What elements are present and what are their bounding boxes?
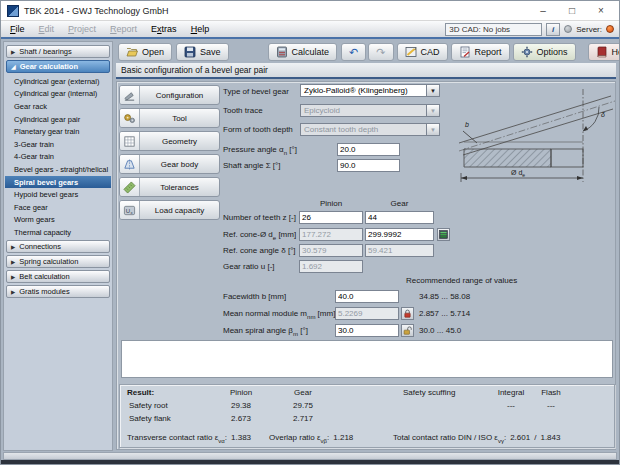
- maximize-button[interactable]: □: [560, 2, 584, 20]
- close-button[interactable]: ×: [589, 2, 613, 20]
- sidebar-section-connections[interactable]: Connections: [6, 240, 110, 253]
- sidebar-item-planetary-gear-train[interactable]: Planetary gear train: [5, 125, 111, 138]
- minimize-button[interactable]: –: [531, 2, 555, 20]
- module-range: 2.857 ... 5.714: [419, 309, 470, 318]
- sidebar-section-belt-calculation[interactable]: Belt calculation: [6, 270, 110, 283]
- ref-cone-angle-label: Ref. cone angle δ [°]: [223, 246, 296, 255]
- cone-diameter-calc-button[interactable]: [437, 228, 450, 241]
- title-bar: TBK 2014 - GWJ Technology GmbH – □ ×: [1, 1, 619, 21]
- main-toolbar: Open Save Calculate CAD Report Options H…: [116, 42, 616, 62]
- app-window: TBK 2014 - GWJ Technology GmbH – □ × Fil…: [0, 0, 620, 465]
- results-pinion-header: Pinion: [216, 388, 266, 397]
- sidebar-section-shaft-bearings[interactable]: Shaft / bearings: [6, 45, 110, 58]
- expanded-triangle-icon: [11, 62, 16, 71]
- cone-diameter-pinion-input: [299, 228, 363, 241]
- redo-button: [368, 43, 393, 61]
- report-button[interactable]: Report: [451, 43, 510, 61]
- menu-file[interactable]: File: [3, 22, 32, 36]
- collapsed-triangle-icon: [11, 272, 15, 281]
- tab-geometry[interactable]: Geometry: [119, 131, 220, 151]
- window-title: TBK 2014 - GWJ Technology GmbH: [24, 6, 526, 16]
- tab-gear-body[interactable]: Gear body: [119, 154, 220, 174]
- sidebar-item-cylindrical-gear-external[interactable]: Cylindrical gear (external): [5, 75, 111, 88]
- safety-root-flash-value: ---: [531, 401, 571, 410]
- collapsed-triangle-icon: [11, 287, 15, 296]
- sidebar-item-cylindrical-gear-internal[interactable]: Cylindrical gear (internal): [5, 88, 111, 101]
- options-button[interactable]: Options: [513, 43, 576, 61]
- chevron-down-icon: [426, 124, 439, 135]
- spiral-lock-button[interactable]: [401, 324, 414, 337]
- results-gear-header: Gear: [278, 388, 328, 397]
- closed-padlock-icon: [403, 309, 412, 318]
- form-of-tooth-depth-select: Constant tooth depth: [300, 123, 440, 136]
- tab-load-capacity[interactable]: Ux Load capacity: [119, 200, 220, 220]
- safety-flank-gear-value: 2.717: [278, 414, 328, 423]
- pinion-column-header: Pinion: [299, 199, 363, 208]
- sidebar-item-cylindrical-gear-pair[interactable]: Cylindrical gear pair: [5, 113, 111, 126]
- collapsed-triangle-icon: [11, 47, 15, 56]
- number-of-teeth-label: Number of teeth z [-]: [223, 213, 296, 222]
- results-title: Result:: [127, 388, 154, 397]
- sidebar-item-4-gear-train[interactable]: 4-Gear train: [5, 151, 111, 164]
- sidebar-item-gear-rack[interactable]: Gear rack: [5, 100, 111, 113]
- calculate-button[interactable]: Calculate: [268, 43, 338, 61]
- teeth-pinion-input[interactable]: [299, 211, 363, 224]
- tab-tool[interactable]: Tool: [119, 108, 220, 128]
- pressure-angle-input[interactable]: [337, 143, 400, 156]
- load-capacity-icon: Ux: [120, 201, 140, 219]
- mean-spiral-angle-input[interactable]: [335, 324, 399, 337]
- open-button[interactable]: Open: [118, 43, 172, 61]
- save-disk-icon: [184, 46, 196, 58]
- sidebar-section-gratis-modules[interactable]: Gratis modules: [6, 285, 110, 298]
- sidebar-item-hypoid-bevel-gears[interactable]: Hypoid bevel gears: [5, 188, 111, 201]
- gear-body-cone-icon: [120, 155, 140, 173]
- tool-gears-icon: [120, 109, 140, 127]
- teeth-gear-input[interactable]: [365, 211, 434, 224]
- sidebar-item-face-gear[interactable]: Face gear: [5, 201, 111, 214]
- calculator-icon: [276, 46, 288, 58]
- cad-drawing-icon: [405, 46, 417, 58]
- menu-extras[interactable]: Extras: [144, 22, 184, 36]
- gear-column-header: Gear: [365, 199, 434, 208]
- type-of-bevel-gear-label: Type of bevel gear: [223, 87, 289, 96]
- tab-tolerances[interactable]: Tolerances: [119, 177, 220, 197]
- collapsed-triangle-icon: [11, 242, 15, 251]
- safety-scuffing-header: Safety scuffing: [403, 388, 455, 397]
- facewidth-label: Facewidth b [mm]: [223, 292, 286, 301]
- tooth-trace-label: Tooth trace: [223, 106, 263, 115]
- cad-button[interactable]: CAD: [397, 43, 448, 61]
- tab-configuration[interactable]: Configuration: [119, 85, 220, 105]
- collapsed-triangle-icon: [11, 257, 15, 266]
- app-logo-icon: [7, 5, 19, 17]
- shaft-angle-label: Shaft angle Σ [°]: [223, 161, 281, 170]
- menu-help[interactable]: Help: [184, 22, 217, 36]
- sidebar-item-thermal-capacity[interactable]: Thermal capacity: [5, 226, 111, 239]
- mean-normal-module-label: Mean normal module mnm [mm]: [223, 309, 335, 320]
- sidebar-item-spiral-bevel-gears[interactable]: Spiral bevel gears: [5, 176, 111, 189]
- options-gear-icon: [521, 46, 533, 58]
- undo-button[interactable]: [341, 43, 366, 61]
- sidebar-item-worm-gears[interactable]: Worm gears: [5, 214, 111, 227]
- save-button[interactable]: Save: [176, 43, 229, 61]
- type-of-bevel-gear-select[interactable]: Zyklo-Palloid® (Klingelnberg): [300, 84, 440, 97]
- svg-text:U: U: [126, 207, 130, 213]
- menu-report: Report: [103, 22, 144, 36]
- redo-icon: [376, 47, 385, 58]
- facewidth-input[interactable]: [335, 290, 399, 303]
- shaft-angle-input[interactable]: [337, 159, 400, 172]
- svg-text:δ: δ: [601, 111, 605, 118]
- sidebar-section-spring-calculation[interactable]: Spring calculation: [6, 255, 110, 268]
- help-button[interactable]: Help: [588, 43, 620, 61]
- svg-text:Ø de: Ø de: [511, 169, 525, 178]
- safety-root-gear-value: 29.75: [278, 401, 328, 410]
- transverse-contact-ratio: Transverse contact ratio εvα:1.383: [127, 433, 251, 444]
- chevron-down-icon[interactable]: [426, 85, 439, 96]
- cad-status-field: 3D CAD: No jobs: [445, 23, 542, 36]
- module-lock-button[interactable]: [401, 307, 414, 320]
- sidebar-item-3-gear-train[interactable]: 3-Gear train: [5, 138, 111, 151]
- sidebar-section-gear-calculation[interactable]: Gear calculation: [6, 60, 110, 73]
- sidebar-item-bevel-gears-straight-helical[interactable]: Bevel gears - straight/helical: [5, 163, 111, 176]
- cone-diameter-gear-input[interactable]: [365, 228, 434, 241]
- cad-info-button[interactable]: i: [546, 23, 560, 36]
- menu-project: Project: [61, 22, 103, 36]
